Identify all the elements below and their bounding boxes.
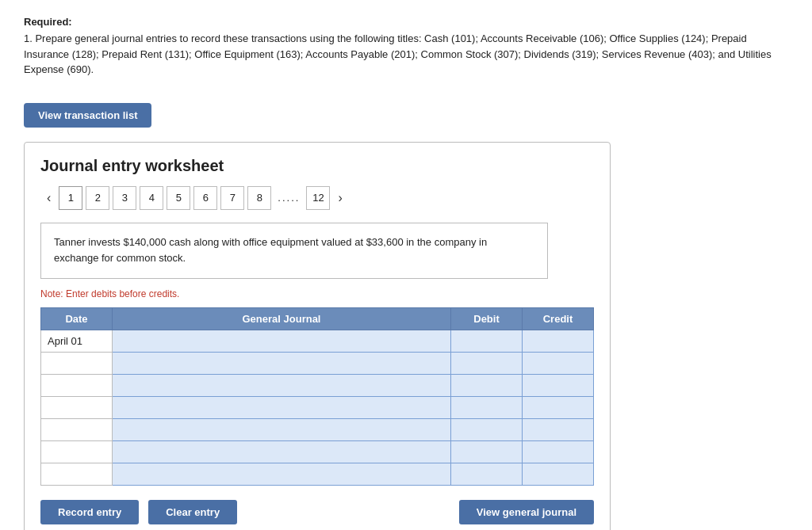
debit-cell-4[interactable]: [451, 397, 523, 419]
view-transaction-button[interactable]: View transaction list: [24, 103, 151, 128]
debit-input-3[interactable]: [451, 375, 522, 396]
page-12[interactable]: 12: [306, 186, 330, 210]
required-label: Required:: [24, 16, 788, 28]
page-6[interactable]: 6: [193, 186, 217, 210]
credit-input-2[interactable]: [523, 353, 593, 374]
table-row: [41, 375, 594, 397]
page-5[interactable]: 5: [167, 186, 190, 210]
journal-input-5[interactable]: [113, 419, 450, 440]
transaction-description: Tanner invests $140,000 cash along with …: [40, 223, 548, 280]
debit-input-1[interactable]: [451, 330, 522, 352]
credit-input-6[interactable]: [523, 441, 593, 463]
debit-input-5[interactable]: [451, 419, 522, 440]
clear-entry-button[interactable]: Clear entry: [148, 500, 237, 524]
journal-input-7[interactable]: [113, 463, 450, 485]
credit-cell-3[interactable]: [523, 375, 594, 397]
date-cell-1: April 01: [41, 330, 113, 353]
credit-cell-4[interactable]: [523, 397, 594, 419]
journal-cell-1[interactable]: [113, 330, 451, 353]
page-7[interactable]: 7: [220, 186, 244, 210]
date-cell-7: [41, 463, 113, 486]
page-4[interactable]: 4: [140, 186, 163, 210]
pagination: ‹ 1 2 3 4 5 6 7 8 ..... 12 ›: [40, 186, 594, 210]
record-entry-button[interactable]: Record entry: [40, 500, 139, 524]
journal-cell-6[interactable]: [113, 441, 451, 463]
journal-input-4[interactable]: [113, 397, 450, 418]
table-row: [41, 441, 594, 463]
debit-cell-1[interactable]: [451, 330, 523, 353]
credit-input-3[interactable]: [523, 375, 593, 396]
journal-input-2[interactable]: [113, 353, 450, 374]
col-header-date: Date: [41, 308, 113, 330]
journal-cell-5[interactable]: [113, 419, 451, 441]
worksheet-title: Journal entry worksheet: [40, 157, 594, 175]
journal-cell-3[interactable]: [113, 375, 451, 397]
credit-cell-7[interactable]: [523, 463, 594, 486]
required-body: 1. Prepare general journal entries to re…: [24, 31, 788, 78]
debit-cell-2[interactable]: [451, 353, 523, 375]
debit-cell-6[interactable]: [451, 441, 523, 463]
table-row: [41, 463, 594, 486]
credit-cell-1[interactable]: [523, 330, 594, 353]
debit-input-2[interactable]: [451, 353, 522, 374]
action-buttons: Record entry Clear entry View general jo…: [40, 500, 594, 524]
journal-table: Date General Journal Debit Credit April …: [40, 307, 594, 486]
credit-input-4[interactable]: [523, 397, 593, 418]
debit-input-7[interactable]: [451, 463, 522, 485]
journal-cell-2[interactable]: [113, 353, 451, 375]
journal-cell-4[interactable]: [113, 397, 451, 419]
date-cell-3: [41, 375, 113, 397]
debit-cell-3[interactable]: [451, 375, 523, 397]
view-general-journal-button[interactable]: View general journal: [459, 500, 594, 524]
debit-input-4[interactable]: [451, 397, 522, 418]
date-cell-6: [41, 441, 113, 463]
date-cell-5: [41, 419, 113, 441]
col-header-general-journal: General Journal: [113, 308, 451, 330]
page-3[interactable]: 3: [113, 186, 136, 210]
debit-input-6[interactable]: [451, 441, 522, 463]
next-page-arrow[interactable]: ›: [331, 188, 348, 208]
required-section: Required: 1. Prepare general journal ent…: [24, 16, 788, 78]
col-header-debit: Debit: [451, 308, 523, 330]
credit-input-1[interactable]: [523, 330, 593, 352]
date-cell-4: [41, 397, 113, 419]
page-2[interactable]: 2: [86, 186, 109, 210]
note-text: Note: Enter debits before credits.: [40, 288, 594, 299]
table-row: [41, 397, 594, 419]
col-header-credit: Credit: [523, 308, 594, 330]
date-cell-2: [41, 353, 113, 375]
credit-cell-6[interactable]: [523, 441, 594, 463]
page-separator: .....: [273, 192, 304, 204]
table-row: [41, 419, 594, 441]
journal-cell-7[interactable]: [113, 463, 451, 486]
page-8[interactable]: 8: [247, 186, 271, 210]
credit-cell-5[interactable]: [523, 419, 594, 441]
debit-cell-7[interactable]: [451, 463, 523, 486]
journal-input-3[interactable]: [113, 375, 450, 396]
credit-cell-2[interactable]: [523, 353, 594, 375]
credit-input-7[interactable]: [523, 463, 593, 485]
table-row: April 01: [41, 330, 594, 353]
worksheet-container: Journal entry worksheet ‹ 1 2 3 4 5 6 7 …: [24, 142, 611, 531]
journal-input-1[interactable]: [113, 330, 450, 352]
page-1[interactable]: 1: [59, 186, 82, 210]
debit-cell-5[interactable]: [451, 419, 523, 441]
prev-page-arrow[interactable]: ‹: [40, 188, 57, 208]
journal-input-6[interactable]: [113, 441, 450, 463]
table-row: [41, 353, 594, 375]
credit-input-5[interactable]: [523, 419, 593, 440]
